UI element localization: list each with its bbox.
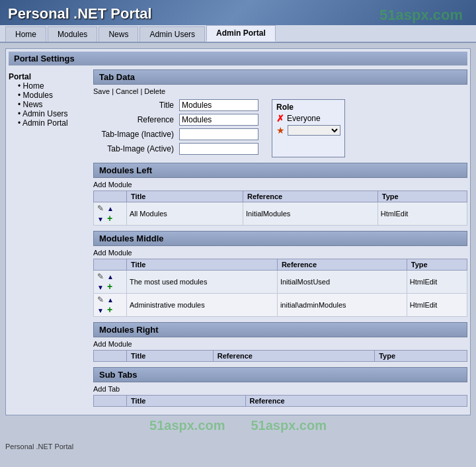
watermark-bottom: 51aspx.com 51aspx.com [5,415,471,436]
title-row: Title [93,99,258,111]
tree-item-adminusers[interactable]: Admin Users [9,109,88,118]
row-title: All Modules [127,202,243,226]
modules-left-col-type: Type [377,191,467,202]
everyone-label: Everyone [287,114,321,123]
modules-middle-col-ctrl [94,259,127,271]
role-title: Role [276,103,340,112]
tab-image-active-row: Tab-Image (Active) [93,143,258,155]
row-type: HtmlEdit [407,271,467,294]
move-up-button[interactable]: ▲ [106,205,114,212]
modules-right-col-ctrl [94,351,127,362]
nav-tab-modules[interactable]: Modules [48,26,97,42]
row-reference: initial\adminModules [277,294,407,317]
row-type: HtmlEdit [407,294,467,317]
add-tab-link[interactable]: Add Tab [93,385,467,393]
main-content: Portal Settings Portal Home Modules News… [0,43,476,441]
row-reference: InitialModules [243,202,378,226]
add-module-right-link[interactable]: Add Module [93,340,467,348]
tree-item-home[interactable]: Home [9,81,88,91]
role-box: Role ✗ Everyone ★ [272,99,345,157]
tree-item-adminportal[interactable]: Admin Portal [9,118,88,128]
tab-image-inactive-label: Tab-Image (Inactive) [93,130,179,139]
modules-left-table: Title Reference Type ✎ ▲ ▼ [93,191,467,226]
modules-left-col-ctrl [94,191,127,202]
add-row-button[interactable]: + [106,304,113,315]
nav-tab-home[interactable]: Home [5,26,46,42]
title-label: Title [93,101,179,110]
everyone-checkbox[interactable]: ✗ [276,113,284,124]
sub-tabs-section: Sub Tabs Add Tab Title Reference [93,367,467,407]
portal-settings-title: Portal Settings [9,52,467,65]
add-row-button[interactable]: + [106,281,113,292]
tab-data-fields: Title Reference Tab-Image (Inactive) [93,99,258,157]
table-row: ✎ ▲ ▼ + All Modules InitialModules HtmlE… [94,202,467,226]
modules-middle-table: Title Reference Type ✎ ▲ ▼ [93,259,467,317]
reference-input[interactable] [179,114,258,126]
add-module-middle-link[interactable]: Add Module [93,249,467,257]
tab-image-active-input[interactable] [179,143,258,155]
nav-tab-adminportal[interactable]: Admin Portal [206,25,276,42]
right-panel: Tab Data Save | Cancel | Delete Title [93,69,467,412]
edit-button[interactable]: ✎ [97,272,104,281]
tree-root[interactable]: Portal [9,72,88,81]
header: Personal .NET Portal 51aspx.com [0,0,476,25]
modules-right-col-title: Title [127,351,214,362]
nav-tab-news[interactable]: News [99,26,138,42]
site-title: Personal .NET Portal [8,5,152,22]
left-tree: Portal Home Modules News Admin Users Adm… [9,69,88,412]
modules-left-header: Modules Left [93,163,467,178]
add-module-left-link[interactable]: Add Module [93,181,467,189]
modules-middle-col-title: Title [127,259,278,271]
reference-label: Reference [93,115,179,124]
reference-row: Reference [93,114,258,126]
role-select[interactable] [288,125,340,136]
footer: Personal .NET Portal [0,441,476,452]
star-icon: ★ [276,125,285,136]
modules-middle-col-type: Type [407,259,467,271]
modules-right-table: Title Reference Type [93,350,467,362]
modules-right-section: Modules Right Add Module Title Reference… [93,322,467,362]
modules-right-col-ref: Reference [213,351,374,362]
everyone-role-row: ✗ Everyone [276,113,340,124]
star-role-row: ★ [276,125,340,136]
move-down-button[interactable]: ▼ [97,307,104,314]
move-down-button[interactable]: ▼ [97,216,104,223]
row-reference: InitialMostUsed [277,271,407,294]
move-down-button[interactable]: ▼ [97,284,104,291]
tab-image-inactive-input[interactable] [179,128,258,140]
nav-tab-adminusers[interactable]: Admin Users [139,26,205,42]
delete-link[interactable]: Delete [144,87,165,95]
move-up-button[interactable]: ▲ [106,296,114,304]
edit-button[interactable]: ✎ [97,204,104,213]
modules-middle-header: Modules Middle [93,231,467,246]
modules-left-col-ref: Reference [243,191,378,202]
sub-tabs-header: Sub Tabs [93,367,467,382]
cancel-link[interactable]: Cancel [116,87,138,95]
row-type: HtmlEdit [377,202,467,226]
row-controls: ✎ ▲ ▼ + [94,294,127,317]
nav-bar: Home Modules News Admin Users Admin Port… [0,25,476,43]
modules-middle-col-ref: Reference [277,259,407,271]
title-input[interactable] [179,99,258,111]
save-link[interactable]: Save [93,87,110,95]
portal-layout: Portal Home Modules News Admin Users Adm… [9,69,467,412]
move-up-button[interactable]: ▲ [106,273,114,280]
tab-image-inactive-row: Tab-Image (Inactive) [93,128,258,140]
sub-tabs-table: Title Reference [93,395,467,407]
tree-item-modules[interactable]: Modules [9,91,88,100]
row-title: Administrative modules [127,294,278,317]
tab-data-header: Tab Data [93,69,467,85]
sub-tabs-col-title: Title [127,396,246,407]
modules-middle-section: Modules Middle Add Module Title Referenc… [93,231,467,317]
modules-left-section: Modules Left Add Module Title Reference … [93,163,467,226]
add-row-button[interactable]: + [106,213,113,224]
tab-data-section: Tab Data Save | Cancel | Delete Title [93,69,467,157]
row-controls: ✎ ▲ ▼ + [94,202,127,226]
modules-right-header: Modules Right [93,322,467,337]
modules-right-col-type: Type [375,351,467,362]
table-row: ✎ ▲ ▼ + The most used modules InitialMos… [94,271,467,294]
edit-button[interactable]: ✎ [97,295,104,304]
modules-left-col-title: Title [127,191,243,202]
tree-item-news[interactable]: News [9,100,88,109]
table-row: ✎ ▲ ▼ + Administrative modules initial\a… [94,294,467,317]
